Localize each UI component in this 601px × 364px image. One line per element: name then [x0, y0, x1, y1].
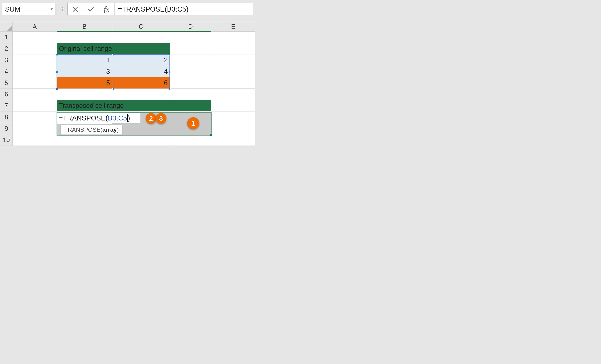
col-header-C[interactable]: C: [112, 22, 170, 32]
cell-E6[interactable]: [211, 89, 255, 100]
cell-B1[interactable]: [57, 32, 112, 43]
cell-E10[interactable]: [211, 134, 255, 146]
cell-D3[interactable]: [170, 54, 211, 66]
col-header-E[interactable]: E: [211, 22, 255, 32]
formula-bar-buttons: fx: [68, 3, 114, 15]
col-header-B[interactable]: B: [57, 22, 112, 32]
cell-A9[interactable]: [13, 123, 57, 134]
row-header-5[interactable]: 5: [0, 77, 13, 89]
col-header-D[interactable]: D: [170, 22, 211, 32]
heading-original[interactable]: Original cell range: [57, 43, 170, 54]
col-header-A[interactable]: A: [13, 22, 57, 32]
cell-C1[interactable]: [112, 32, 170, 43]
row-header-4[interactable]: 4: [0, 66, 13, 77]
row-header-3[interactable]: 3: [0, 54, 13, 66]
cell-E7[interactable]: [211, 100, 255, 111]
cell-A10[interactable]: [13, 134, 57, 146]
tooltip-fn: TRANSPOSE: [64, 126, 100, 133]
worksheet-grid[interactable]: A B C D E 1 2 Original cell range 3 1 2: [0, 22, 255, 146]
row-header-7[interactable]: 7: [0, 100, 13, 111]
name-box[interactable]: SUM ▾: [2, 3, 56, 15]
cell-A3[interactable]: [13, 54, 57, 66]
heading-transposed[interactable]: Transposed cell range: [57, 100, 211, 111]
cell-E1[interactable]: [211, 32, 255, 43]
cell-E2[interactable]: [211, 43, 255, 54]
formula-bar-text: =TRANSPOSE(B3:C5): [118, 5, 189, 13]
fx-icon: fx: [104, 5, 109, 14]
formula-token-ref: B3:C5: [108, 114, 127, 122]
cell-D5[interactable]: [170, 77, 211, 89]
cell-editor[interactable]: =TRANSPOSE(B3:C5): [57, 113, 140, 123]
select-all-corner[interactable]: [0, 22, 13, 32]
cell-E8[interactable]: [211, 111, 255, 123]
cell-A8[interactable]: [13, 111, 57, 123]
cell-C4[interactable]: 4: [112, 66, 170, 77]
formula-token-prefix: =TRANSPOSE(: [59, 114, 108, 122]
cell-D4[interactable]: [170, 66, 211, 77]
cell-A2[interactable]: [13, 43, 57, 54]
row-header-10[interactable]: 10: [0, 134, 13, 146]
chevron-down-icon[interactable]: ▾: [51, 7, 53, 11]
formula-token-suffix: ): [128, 114, 130, 122]
cell-E5[interactable]: [211, 77, 255, 89]
cell-D6[interactable]: [170, 89, 211, 100]
cell-A4[interactable]: [13, 66, 57, 77]
tooltip-arg: array: [102, 126, 117, 133]
cell-A6[interactable]: [13, 89, 57, 100]
text-caret: [127, 114, 128, 122]
cell-E3[interactable]: [211, 54, 255, 66]
cell-D1[interactable]: [170, 32, 211, 43]
cell-B6[interactable]: [57, 89, 112, 100]
formula-bar-input[interactable]: =TRANSPOSE(B3:C5): [114, 3, 253, 15]
cell-C3[interactable]: 2: [112, 54, 170, 66]
name-box-value: SUM: [5, 5, 20, 13]
cell-B4[interactable]: 3: [57, 66, 112, 77]
cell-A7[interactable]: [13, 100, 57, 111]
callout-2: 2: [146, 113, 156, 124]
row-header-2[interactable]: 2: [0, 43, 13, 54]
close-icon: [72, 6, 79, 12]
cell-A1[interactable]: [13, 32, 57, 43]
enter-button[interactable]: [83, 3, 99, 15]
cell-B5[interactable]: 5: [57, 77, 112, 89]
cell-D2[interactable]: [170, 43, 211, 54]
insert-function-button[interactable]: fx: [99, 3, 114, 15]
cell-E9[interactable]: [211, 123, 255, 134]
cell-C10[interactable]: [112, 134, 170, 146]
cell-C5[interactable]: 6: [112, 77, 170, 89]
row-header-6[interactable]: 6: [0, 89, 13, 100]
cell-C6[interactable]: [112, 89, 170, 100]
cell-E4[interactable]: [211, 66, 255, 77]
cell-D10[interactable]: [170, 134, 211, 146]
callout-1: 1: [187, 117, 199, 129]
row-header-8[interactable]: 8: [0, 111, 13, 123]
cancel-button[interactable]: [68, 3, 83, 15]
cell-B10[interactable]: [57, 134, 112, 146]
check-icon: [88, 6, 94, 12]
cell-A5[interactable]: [13, 77, 57, 89]
function-tooltip[interactable]: TRANSPOSE(array): [61, 125, 122, 135]
formula-bar: SUM ▾ fx =TRANSPOSE(B3:C5): [0, 0, 255, 22]
sheet-table: A B C D E 1 2 Original cell range 3 1 2: [0, 22, 255, 146]
cell-B3[interactable]: 1: [57, 54, 112, 66]
formula-bar-grip-icon[interactable]: [61, 7, 64, 11]
row-header-9[interactable]: 9: [0, 123, 13, 134]
callout-3: 3: [156, 113, 166, 124]
row-header-1[interactable]: 1: [0, 32, 13, 43]
